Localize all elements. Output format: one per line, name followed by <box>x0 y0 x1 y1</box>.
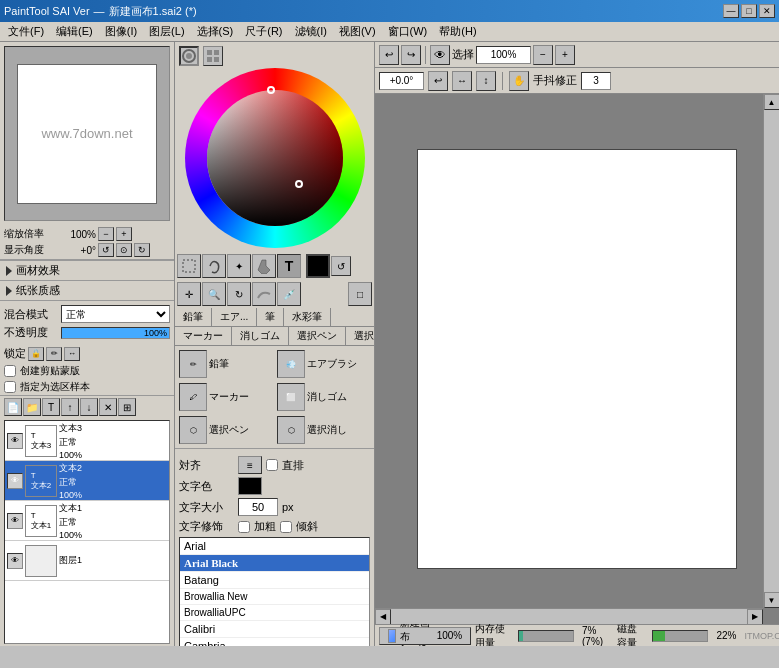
canvas-area[interactable] <box>417 149 737 569</box>
undo-button[interactable]: ↩ <box>379 45 399 65</box>
fill-tool[interactable] <box>252 254 276 278</box>
menu-filter[interactable]: 滤镜(I) <box>289 22 333 41</box>
brush-marker-item[interactable]: 🖊 マーカー <box>177 381 274 413</box>
lock-pixel-button[interactable]: ✏ <box>46 347 62 361</box>
layer-item[interactable]: 👁 图层1 <box>5 541 169 581</box>
italic-checkbox[interactable] <box>280 521 292 533</box>
maximize-button[interactable]: □ <box>741 4 757 18</box>
layer-move-down-button[interactable]: ↓ <box>80 398 98 416</box>
zoom-input[interactable] <box>476 46 531 64</box>
brush-selera-item[interactable]: ⬡ 選択消し <box>275 414 372 446</box>
brush-eraser-item[interactable]: ⬜ 消しゴム <box>275 381 372 413</box>
toggle-display-button[interactable]: 👁 <box>430 45 450 65</box>
brush-sub-selpen[interactable]: 選択ペン <box>289 327 346 345</box>
color-wheel-svg[interactable] <box>185 68 365 248</box>
text-color-picker[interactable] <box>238 477 262 495</box>
opacity-slider[interactable]: 100% <box>61 327 170 339</box>
brush-pencil-item[interactable]: ✏ 鉛筆 <box>177 348 274 380</box>
color-wheel-container[interactable] <box>185 68 365 248</box>
rotate-reset-button[interactable]: ⊙ <box>116 243 132 257</box>
menu-help[interactable]: 帮助(H) <box>433 22 482 41</box>
layer-text-button[interactable]: T <box>42 398 60 416</box>
size-input[interactable] <box>238 498 278 516</box>
foreground-color-swatch[interactable] <box>306 254 330 278</box>
layer-move-up-button[interactable]: ↑ <box>61 398 79 416</box>
menu-select[interactable]: 选择(S) <box>191 22 240 41</box>
canvas-tab[interactable]: 新建画布1.sai2 100% <box>379 627 471 645</box>
layer-item[interactable]: 👁 T文本2 文本2 正常 100% <box>5 461 169 501</box>
brush-sub-marker[interactable]: マーカー <box>175 327 232 345</box>
brush-tab-pencil[interactable]: 鉛筆 <box>175 308 212 326</box>
scroll-up-button[interactable]: ▲ <box>764 94 780 110</box>
magic-wand-tool[interactable]: ✦ <box>227 254 251 278</box>
paper-texture-header[interactable]: 纸张质感 <box>0 280 174 300</box>
new-layer-button[interactable]: 📄 <box>4 398 22 416</box>
font-item-arial[interactable]: Arial <box>180 538 369 555</box>
brush-tab-watercolor[interactable]: 水彩筆 <box>284 308 331 326</box>
font-item-calibri[interactable]: Calibri <box>180 621 369 638</box>
layer-eye-button[interactable]: 👁 <box>7 433 23 449</box>
rotate-ccw-button[interactable]: ↺ <box>98 243 114 257</box>
menu-edit[interactable]: 编辑(E) <box>50 22 99 41</box>
straight-checkbox[interactable] <box>266 459 278 471</box>
menu-image[interactable]: 图像(I) <box>99 22 143 41</box>
scroll-down-button[interactable]: ▼ <box>764 592 780 608</box>
scroll-right-button[interactable]: ▶ <box>747 609 763 625</box>
canvas-effects-header[interactable]: 画材效果 <box>0 260 174 280</box>
blend-mode-select[interactable]: 正常 <box>61 305 170 323</box>
menu-file[interactable]: 文件(F) <box>2 22 50 41</box>
lock-pos-button[interactable]: ↔ <box>64 347 80 361</box>
new-folder-button[interactable]: 📁 <box>23 398 41 416</box>
smudge-tool[interactable] <box>252 282 276 306</box>
brush-air-item[interactable]: 💨 エアブラシ <box>275 348 372 380</box>
horizontal-scrollbar[interactable]: ◀ ▶ <box>375 608 763 624</box>
brush-sub-selera[interactable]: 選択消し <box>346 327 374 345</box>
scroll-left-button[interactable]: ◀ <box>375 609 391 625</box>
color-grid-mode-button[interactable] <box>203 46 223 66</box>
rect-select-tool[interactable] <box>177 254 201 278</box>
layer-item[interactable]: 👁 T文本1 文本1 正常 100% <box>5 501 169 541</box>
zoom-minus-button2[interactable]: − <box>533 45 553 65</box>
brush-sub-eraser[interactable]: 消しゴム <box>232 327 289 345</box>
hue-wheel-fo[interactable] <box>185 68 365 248</box>
flip-v-button[interactable]: ↕ <box>476 71 496 91</box>
font-item-browallia[interactable]: Browallia New <box>180 589 369 605</box>
zoom-plus-button[interactable]: + <box>116 227 132 241</box>
redo-button[interactable]: ↪ <box>401 45 421 65</box>
rotate-cw-button[interactable]: ↻ <box>134 243 150 257</box>
merge-layer-button[interactable]: ⊞ <box>118 398 136 416</box>
layer-eye-button[interactable]: 👁 <box>7 553 23 569</box>
layer-eye-button[interactable]: 👁 <box>7 473 23 489</box>
text-tool[interactable]: T <box>277 254 301 278</box>
zoom-tool[interactable]: 🔍 <box>202 282 226 306</box>
font-item-browalliaUPC[interactable]: BrowalliaUPC <box>180 605 369 621</box>
rotation-input[interactable] <box>379 72 424 90</box>
reset-color-button[interactable]: ↺ <box>331 256 351 276</box>
hand-correct-input[interactable] <box>581 72 611 90</box>
font-item-batang[interactable]: Batang <box>180 572 369 589</box>
vertical-scrollbar[interactable]: ▲ ▼ <box>763 94 779 608</box>
extra-tool[interactable]: □ <box>348 282 372 306</box>
move-tool[interactable]: ✛ <box>177 282 201 306</box>
menu-view[interactable]: 视图(V) <box>333 22 382 41</box>
color-circle-mode-button[interactable] <box>179 46 199 66</box>
layer-item[interactable]: 👁 T文本3 文本3 正常 100% <box>5 421 169 461</box>
zoom-plus-button2[interactable]: + <box>555 45 575 65</box>
brush-tab-air[interactable]: エア... <box>212 308 257 326</box>
minimize-button[interactable]: — <box>723 4 739 18</box>
menu-window[interactable]: 窗口(W) <box>382 22 434 41</box>
canvas-workspace[interactable]: ▲ ▼ ◀ ▶ <box>375 94 779 624</box>
lasso-tool[interactable] <box>202 254 226 278</box>
close-button[interactable]: ✕ <box>759 4 775 18</box>
font-item-arial-black[interactable]: Arial Black <box>180 555 369 572</box>
menu-ruler[interactable]: 尺子(R) <box>239 22 288 41</box>
zoom-minus-button[interactable]: − <box>98 227 114 241</box>
menu-layer[interactable]: 图层(L) <box>143 22 190 41</box>
bold-checkbox[interactable] <box>238 521 250 533</box>
brush-tab-brush[interactable]: 筆 <box>257 308 284 326</box>
delete-layer-button[interactable]: ✕ <box>99 398 117 416</box>
reset-view-button[interactable]: ↩ <box>428 71 448 91</box>
font-item-cambria[interactable]: Cambria <box>180 638 369 646</box>
layer-eye-button[interactable]: 👁 <box>7 513 23 529</box>
rotate-tool[interactable]: ↻ <box>227 282 251 306</box>
